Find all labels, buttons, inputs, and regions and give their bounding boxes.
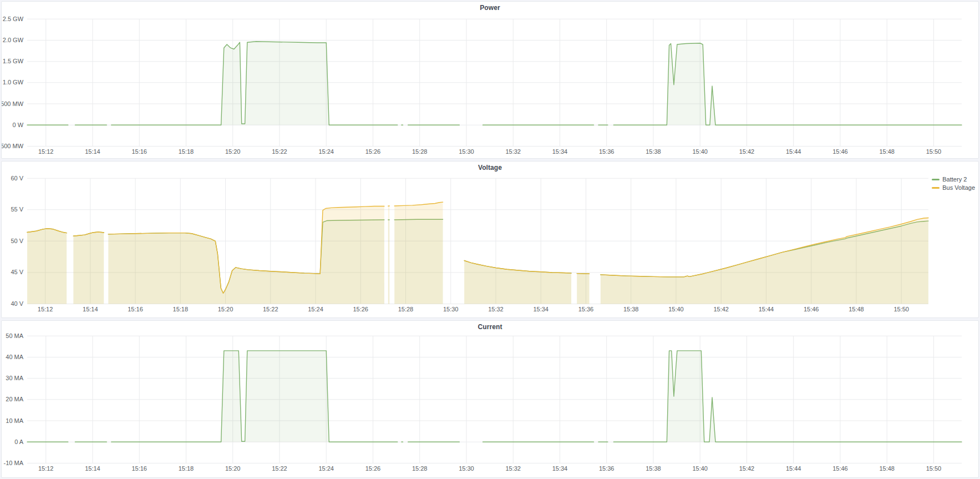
x-tick-label: 15:20 — [225, 148, 241, 155]
y-tick-label: 0 W — [12, 122, 23, 128]
legend-item-battery-2[interactable]: Battery 2 — [932, 176, 975, 183]
panel-power: Power 2.5 GW2.0 GW1.5 GW1.0 GW500 MW0 W-… — [1, 1, 979, 159]
legend-label-battery-2: Battery 2 — [942, 176, 967, 183]
x-tick-label: 15:24 — [308, 305, 323, 312]
x-tick-label: 15:40 — [692, 148, 708, 155]
x-tick-label: 15:38 — [623, 305, 639, 312]
x-tick-label: 15:24 — [318, 148, 334, 155]
x-tick-label: 15:40 — [692, 465, 708, 472]
y-tick-label: 30 MA — [6, 375, 23, 381]
x-tick-label: 15:14 — [83, 305, 98, 312]
y-tick-label: 10 MA — [6, 417, 23, 424]
panel-title-power[interactable]: Power — [2, 4, 978, 12]
x-tick-label: 15:16 — [131, 148, 147, 155]
x-tick-label: 15:16 — [131, 465, 147, 472]
x-tick-label: 15:18 — [173, 305, 189, 312]
current-chart[interactable]: 50 MA40 MA30 MA20 MA10 MA0 A-10 MA15:121… — [2, 321, 978, 477]
x-tick-label: 15:34 — [552, 465, 568, 472]
series-fill-power — [111, 42, 398, 125]
x-tick-label: 15:38 — [646, 465, 661, 472]
series-fill-bus-voltage — [601, 218, 928, 304]
x-tick-label: 15:42 — [739, 465, 755, 472]
x-tick-label: 15:30 — [459, 465, 474, 472]
legend-label-bus-voltage: Bus Voltage — [942, 184, 975, 191]
series-fill-bus-voltage — [73, 232, 104, 304]
x-tick-label: 15:50 — [926, 465, 942, 472]
panel-title-voltage[interactable]: Voltage — [2, 164, 978, 172]
y-tick-label: 2.0 GW — [3, 37, 24, 43]
x-tick-label: 15:46 — [832, 148, 848, 155]
x-tick-label: 15:18 — [179, 148, 194, 155]
panel-current: Current 50 MA40 MA30 MA20 MA10 MA0 A-10 … — [1, 320, 979, 478]
series-fill-bus-voltage — [464, 260, 571, 304]
x-tick-label: 15:46 — [804, 305, 819, 312]
power-chart[interactable]: 2.5 GW2.0 GW1.5 GW1.0 GW500 MW0 W-500 MW… — [2, 2, 978, 158]
series-fill-bus-voltage — [394, 202, 443, 304]
x-tick-label: 15:20 — [218, 305, 233, 312]
x-tick-label: 15:18 — [179, 465, 194, 472]
x-tick-label: 15:36 — [599, 465, 615, 472]
battery-2-series-swatch — [932, 179, 940, 180]
x-tick-label: 15:28 — [398, 305, 414, 312]
x-tick-label: 15:48 — [879, 148, 895, 155]
series-fill-current — [613, 351, 962, 442]
y-tick-label: 55 V — [11, 206, 23, 213]
y-tick-label: -10 MA — [4, 460, 24, 466]
legend: Battery 2 Bus Voltage — [932, 176, 975, 191]
x-tick-label: 15:26 — [353, 305, 368, 312]
x-tick-label: 15:40 — [668, 305, 684, 312]
x-tick-label: 15:50 — [893, 305, 909, 312]
series-fill-bus-voltage — [577, 273, 589, 304]
x-tick-label: 15:28 — [412, 465, 428, 472]
x-tick-label: 15:30 — [459, 148, 474, 155]
x-tick-label: 15:26 — [365, 148, 381, 155]
x-tick-label: 15:22 — [272, 465, 287, 472]
x-tick-label: 15:48 — [879, 465, 895, 472]
x-tick-label: 15:12 — [38, 148, 54, 155]
x-tick-label: 15:22 — [272, 148, 287, 155]
x-tick-label: 15:32 — [488, 305, 504, 312]
panel-title-current[interactable]: Current — [2, 323, 978, 331]
x-tick-label: 15:12 — [38, 305, 53, 312]
x-tick-label: 15:36 — [578, 305, 594, 312]
x-tick-label: 15:44 — [786, 465, 801, 472]
x-tick-label: 15:34 — [552, 148, 568, 155]
y-tick-label: 0 A — [14, 438, 24, 445]
y-tick-label: 50 V — [11, 238, 23, 244]
y-tick-label: 1.5 GW — [3, 58, 24, 64]
x-tick-label: 15:44 — [759, 305, 774, 312]
x-tick-label: 15:14 — [85, 465, 100, 472]
x-tick-label: 15:44 — [786, 148, 801, 155]
y-tick-label: 40 V — [11, 300, 23, 307]
series-line-power — [613, 43, 962, 125]
series-fill-current — [111, 351, 398, 442]
x-tick-label: 15:46 — [832, 465, 848, 472]
y-tick-label: 60 V — [11, 174, 23, 181]
y-tick-label: 20 MA — [6, 396, 23, 403]
x-tick-label: 15:36 — [599, 148, 615, 155]
dashboard: Power 2.5 GW2.0 GW1.5 GW1.0 GW500 MW0 W-… — [0, 0, 980, 479]
x-tick-label: 15:30 — [443, 305, 459, 312]
y-tick-label: 2.5 GW — [3, 16, 24, 22]
y-tick-label: 40 MA — [6, 354, 23, 360]
series-line-current — [613, 351, 962, 442]
legend-item-bus-voltage[interactable]: Bus Voltage — [932, 184, 975, 191]
x-tick-label: 15:34 — [533, 305, 549, 312]
x-tick-label: 15:22 — [263, 305, 278, 312]
x-tick-label: 15:32 — [505, 148, 521, 155]
x-tick-label: 15:50 — [926, 148, 942, 155]
y-tick-label: 50 MA — [6, 332, 23, 339]
x-tick-label: 15:24 — [318, 465, 334, 472]
x-tick-label: 15:20 — [225, 465, 241, 472]
y-tick-label: 500 MW — [2, 100, 24, 107]
series-fill-bus-voltage — [388, 206, 389, 304]
voltage-chart[interactable]: 60 V55 V50 V45 V40 V15:1215:1415:1615:18… — [2, 162, 978, 318]
x-tick-label: 15:16 — [128, 305, 143, 312]
series-fill-bus-voltage — [108, 206, 384, 304]
x-tick-label: 15:28 — [412, 148, 428, 155]
series-fill-power — [613, 43, 962, 125]
y-tick-label: 45 V — [11, 269, 23, 275]
x-tick-label: 15:32 — [505, 465, 521, 472]
series-line-bus-voltage — [577, 273, 589, 274]
panel-voltage: Voltage 60 V55 V50 V45 V40 V15:1215:1415… — [1, 161, 979, 319]
